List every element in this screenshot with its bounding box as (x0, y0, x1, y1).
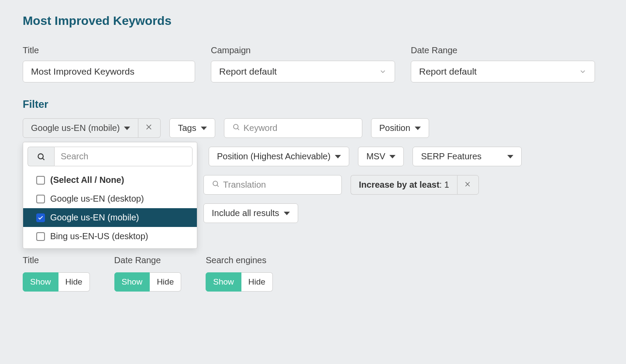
hide-button[interactable]: Hide (150, 272, 181, 292)
chevron-down-icon (379, 68, 387, 76)
show-button[interactable]: Show (114, 272, 150, 292)
hide-button[interactable]: Hide (241, 272, 273, 292)
filter-row-1: Google us-EN (mobile) Tags (23, 118, 603, 138)
title-input[interactable] (23, 61, 195, 82)
report-elements-row: Title Show Hide Date Range Show Hide Sea… (23, 255, 603, 292)
svg-point-0 (234, 124, 238, 129)
show-button[interactable]: Show (23, 272, 58, 292)
caret-down-icon (507, 155, 513, 158)
date-range-value: Report default (419, 66, 477, 77)
checkbox-icon (36, 232, 45, 241)
popover-option-label: Google us-EN (desktop) (50, 194, 144, 204)
search-icon (28, 147, 54, 166)
toggle-group: Show Hide (114, 272, 182, 292)
position-highest-dropdown-button[interactable]: Position (Highest Achievable) (209, 147, 349, 166)
campaign-field-group: Campaign Report default (211, 45, 395, 82)
popover-option-bing-desktop[interactable]: Bing us-EN-US (desktop) (23, 227, 197, 246)
toggle-group: Show Hide (206, 272, 273, 292)
search-engine-clear-button[interactable] (138, 118, 161, 138)
search-engine-selected-label: Google us-EN (mobile) (31, 123, 120, 133)
date-range-label: Date Range (411, 45, 595, 55)
report-element-search-engines: Search engines Show Hide (206, 255, 273, 292)
toggle-group: Show Hide (23, 272, 90, 292)
date-range-field-group: Date Range Report default (411, 45, 595, 82)
serp-features-label: SERP Features (421, 151, 482, 161)
svg-line-1 (237, 128, 239, 130)
element-label: Date Range (114, 255, 182, 265)
checkbox-icon (36, 176, 45, 185)
popover-search-input[interactable] (54, 147, 193, 166)
caret-down-icon (124, 127, 130, 130)
search-engine-selector: Google us-EN (mobile) (23, 118, 161, 138)
top-fields-row: Title Campaign Report default Date Range… (23, 45, 603, 82)
increase-filter-clear-button[interactable] (457, 175, 479, 195)
show-button[interactable]: Show (206, 272, 241, 292)
chevron-down-icon (579, 68, 587, 76)
msv-label: MSV (366, 151, 385, 161)
report-element-title: Title Show Hide (23, 255, 90, 292)
filter-area: Google us-EN (mobile) Tags (23, 118, 603, 223)
position-highest-label: Position (Highest Achievable) (217, 151, 330, 161)
caret-down-icon (284, 212, 290, 215)
page-title: Most Improved Keywords (23, 14, 603, 28)
tags-label: Tags (178, 123, 196, 133)
report-element-date-range: Date Range Show Hide (114, 255, 182, 292)
hide-button[interactable]: Hide (58, 272, 90, 292)
position-label: Position (379, 123, 410, 133)
date-range-select[interactable]: Report default (411, 61, 595, 82)
campaign-label: Campaign (211, 45, 395, 55)
checkbox-icon (36, 195, 45, 203)
checkbox-checked-icon (36, 213, 45, 222)
element-label: Search engines (206, 255, 273, 265)
campaign-select[interactable]: Report default (211, 61, 395, 82)
translation-input[interactable] (223, 180, 334, 190)
keyword-search[interactable] (224, 118, 362, 138)
popover-option-google-mobile[interactable]: Google us-EN (mobile) (23, 208, 197, 227)
include-all-results-button[interactable]: Include all results (203, 203, 298, 223)
caret-down-icon (201, 127, 207, 130)
popover-option-select-all[interactable]: (Select All / None) (23, 171, 197, 189)
caret-down-icon (415, 127, 421, 130)
svg-point-2 (213, 181, 218, 186)
serp-features-dropdown-button[interactable]: SERP Features (413, 147, 522, 166)
svg-line-3 (217, 185, 218, 186)
search-icon (232, 123, 240, 133)
position-dropdown-button[interactable]: Position (371, 118, 429, 138)
search-icon (212, 180, 220, 190)
increase-filter-pill: Increase by at least: 1 (351, 175, 479, 195)
increase-filter-label: Increase by at least (359, 180, 440, 189)
title-label: Title (23, 45, 195, 55)
campaign-value: Report default (219, 66, 277, 77)
popover-option-label: (Select All / None) (50, 175, 124, 185)
popover-option-label: Bing us-EN-US (desktop) (50, 231, 148, 241)
title-field-group: Title (23, 45, 195, 82)
increase-filter-value: 1 (444, 180, 449, 189)
element-label: Title (23, 255, 90, 265)
msv-dropdown-button[interactable]: MSV (358, 147, 404, 166)
keyword-input[interactable] (244, 123, 354, 133)
search-engine-popover: (Select All / None) Google us-EN (deskto… (23, 142, 197, 249)
caret-down-icon (389, 155, 396, 158)
caret-down-icon (335, 155, 341, 158)
popover-option-google-desktop[interactable]: Google us-EN (desktop) (23, 189, 197, 208)
close-icon (464, 181, 471, 189)
increase-filter-body[interactable]: Increase by at least: 1 (351, 175, 457, 195)
include-all-label: Include all results (212, 208, 279, 218)
translation-search[interactable] (203, 175, 342, 195)
close-icon (145, 123, 153, 133)
filter-heading: Filter (23, 98, 603, 110)
svg-point-4 (38, 154, 43, 159)
popover-search-row (23, 142, 197, 171)
tags-dropdown-button[interactable]: Tags (169, 118, 215, 138)
search-engine-dropdown-button[interactable]: Google us-EN (mobile) (23, 118, 138, 138)
popover-option-label: Google us-EN (mobile) (50, 213, 139, 223)
svg-line-5 (43, 158, 45, 160)
